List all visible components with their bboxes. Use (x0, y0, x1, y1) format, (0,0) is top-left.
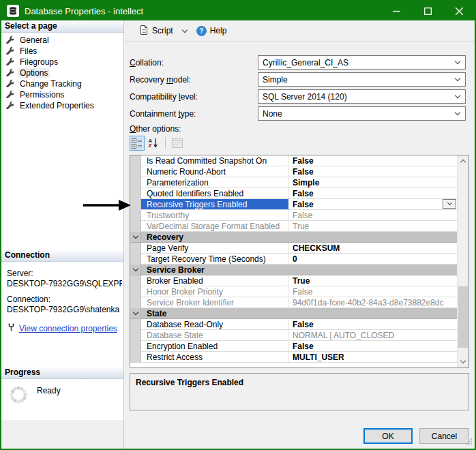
toolbar-separator (165, 137, 166, 149)
form-field-row: Compatibility level: SQL Server 2014 (12… (130, 89, 466, 104)
resize-grip[interactable] (466, 437, 473, 447)
chevron-down-icon (455, 110, 460, 115)
property-value-cell[interactable]: False (288, 155, 457, 166)
vertical-scrollbar[interactable] (457, 155, 468, 368)
sidebar-page-item[interactable]: Files (1, 46, 123, 57)
property-value: MULTI_USER (293, 352, 344, 362)
property-value: False (293, 320, 314, 329)
property-value-cell[interactable]: True (288, 221, 457, 232)
property-row[interactable]: VarDecimal Storage Format Enabled True (130, 221, 457, 232)
chevron-down-icon (181, 27, 187, 32)
category-collapse-button[interactable] (130, 232, 141, 242)
property-row[interactable]: Honor Broker Priority False (130, 286, 457, 297)
property-value-cell[interactable]: CHECKSUM (288, 243, 457, 254)
property-value-cell[interactable]: False (288, 188, 457, 199)
property-value-cell[interactable]: 0 (288, 254, 457, 265)
sidebar-page-item[interactable]: General (1, 35, 123, 46)
cancel-button[interactable]: Cancel (419, 428, 469, 444)
field-dropdown[interactable]: None (258, 106, 466, 121)
property-name: Trustworthy (141, 210, 288, 221)
property-row[interactable]: Numeric Round-Abort False (130, 166, 457, 177)
sidebar-page-item[interactable]: Change Tracking (1, 78, 123, 89)
property-row[interactable]: Broker Enabled True (130, 275, 457, 286)
wrench-icon (5, 79, 14, 89)
connection-properties-icon (7, 323, 16, 334)
property-value-cell[interactable]: False (288, 199, 457, 210)
row-margin (130, 155, 141, 166)
value-dropdown-button[interactable] (443, 199, 456, 209)
connection-value: DESKTOP-7932GG9\shatenka (7, 305, 122, 315)
sidebar-page-item[interactable]: Extended Properties (1, 100, 123, 111)
progress-status: Ready (37, 386, 61, 395)
property-row[interactable]: Database State NORMAL | AUTO_CLOSED (130, 330, 457, 341)
row-margin (130, 275, 141, 286)
row-margin (130, 254, 141, 265)
form-field-row: Recovery model: Simple (130, 72, 466, 87)
property-value-cell[interactable]: False (288, 210, 457, 221)
sidebar-page-item[interactable]: Filegroups (1, 57, 123, 68)
scroll-up-button[interactable] (458, 155, 468, 167)
field-dropdown[interactable]: Simple (258, 72, 466, 87)
field-dropdown[interactable]: SQL Server 2014 (120) (258, 89, 466, 104)
property-value: False (293, 211, 312, 220)
property-row[interactable]: Restrict Access MULTI_USER (130, 352, 457, 363)
sidebar-page-label: Permissions (18, 90, 66, 100)
property-row[interactable]: Trustworthy False (130, 210, 457, 221)
property-value-cell[interactable]: False (288, 341, 457, 352)
property-value-cell[interactable]: True (288, 275, 457, 286)
category-row[interactable]: Recovery (130, 232, 457, 243)
property-name: Encryption Enabled (141, 341, 288, 352)
dialog-toolbar: Script ? Help (125, 20, 475, 42)
property-row[interactable]: Database Read-Only False (130, 319, 457, 330)
property-row[interactable]: Quoted Identifiers Enabled False (130, 188, 457, 199)
field-label: Containment type: (130, 109, 258, 119)
minimize-button[interactable] (381, 1, 412, 20)
alphabetical-sort-button[interactable]: AZ (146, 136, 161, 151)
ok-button[interactable]: OK (363, 428, 413, 444)
sidebar-page-item[interactable]: Options (1, 68, 123, 78)
wrench-icon (5, 46, 14, 57)
field-dropdown[interactable]: Cyrillic_General_CI_AS (258, 55, 466, 70)
sidebar-page-list: General Files Filegroups Options Change … (1, 33, 123, 250)
property-value: False (293, 167, 314, 177)
script-dropdown-button[interactable] (180, 28, 190, 34)
main-panel: Script ? Help Collation: Cyrillic_Genera… (125, 20, 475, 449)
property-value-cell[interactable]: 94d0f1da-fcee-40b2-84a3-d8e73882e8dc (288, 297, 457, 308)
script-button[interactable]: Script (136, 22, 176, 40)
property-value-cell[interactable]: MULTI_USER (288, 352, 457, 363)
other-options-label: Other options: (130, 124, 181, 134)
chevron-down-icon (455, 76, 460, 81)
property-value-cell[interactable]: NORMAL | AUTO_CLOSED (288, 330, 457, 341)
help-button[interactable]: ? Help (194, 24, 230, 38)
property-value-cell[interactable]: Simple (288, 177, 457, 188)
category-row[interactable]: State (130, 308, 457, 319)
category-name: State (141, 308, 166, 318)
sidebar-page-item[interactable]: Permissions (1, 89, 123, 100)
property-row[interactable]: Page Verify CHECKSUM (130, 243, 457, 254)
property-value-cell[interactable]: False (288, 286, 457, 297)
property-row[interactable]: Parameterization Simple (130, 177, 457, 188)
property-row[interactable]: Recursive Triggers Enabled False (130, 199, 457, 210)
chevron-down-icon (132, 233, 138, 239)
property-value: 0 (293, 254, 297, 264)
scroll-down-button[interactable] (458, 356, 468, 368)
view-connection-properties-link[interactable]: View connection properties (19, 324, 117, 333)
property-row[interactable]: Target Recovery Time (Seconds) 0 (130, 254, 457, 265)
category-collapse-button[interactable] (130, 308, 141, 318)
property-value-cell[interactable]: False (288, 166, 457, 177)
categorized-button[interactable] (130, 136, 145, 151)
field-value: SQL Server 2014 (120) (263, 92, 456, 102)
maximize-button[interactable] (412, 1, 443, 20)
category-row[interactable]: Service Broker (130, 265, 457, 275)
property-row[interactable]: Encryption Enabled False (130, 341, 457, 352)
scrollbar-thumb[interactable] (458, 286, 468, 348)
category-collapse-button[interactable] (130, 265, 141, 275)
property-value-cell[interactable]: False (288, 319, 457, 330)
property-row[interactable]: Service Broker Identifier 94d0f1da-fcee-… (130, 297, 457, 308)
close-button[interactable] (443, 1, 475, 20)
progress-spinner-icon (8, 385, 29, 407)
row-margin (130, 330, 141, 341)
property-row[interactable]: Is Read Committed Snapshot On False (130, 155, 457, 166)
row-margin (130, 243, 141, 254)
sidebar-page-label: Files (18, 46, 39, 56)
